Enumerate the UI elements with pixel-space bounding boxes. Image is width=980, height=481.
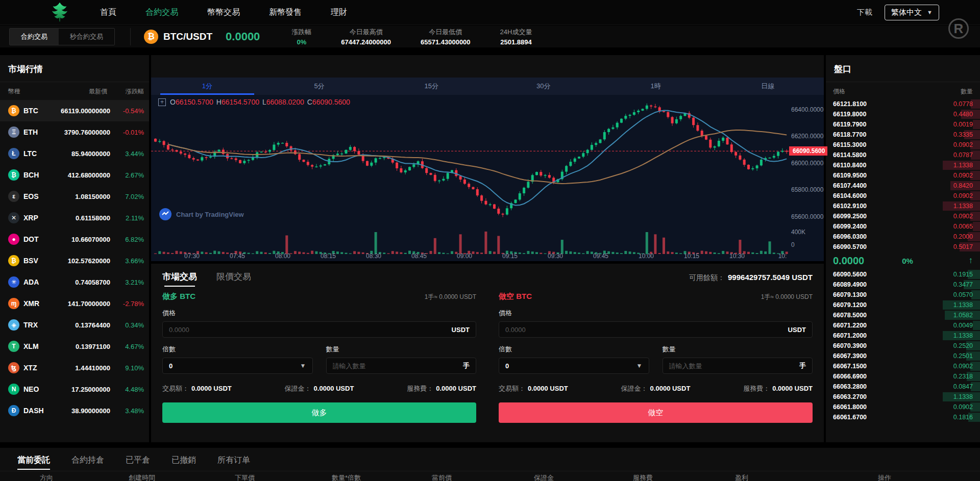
- ticker-bar: 合約交易 秒合約交易 ₿ BTC/USDT 0.0000 漲跌幅0%今日最高價6…: [0, 26, 980, 47]
- timeframe-tab-日線[interactable]: 日線: [712, 78, 824, 95]
- ask-row[interactable]: 66099.24000.0065: [826, 221, 980, 232]
- market-row-ada[interactable]: ✳ ADA 0.74058700 3.21%: [0, 271, 149, 293]
- eth-coin-icon: Ξ: [8, 126, 19, 138]
- ask-row[interactable]: 66119.80000.4480: [826, 109, 980, 119]
- ask-row[interactable]: 66099.25000.0902: [826, 211, 980, 221]
- ask-row[interactable]: 66121.81000.0778: [826, 99, 980, 109]
- candlestick-chart[interactable]: [151, 95, 824, 261]
- market-row-xlm[interactable]: T XLM 0.13971100 4.67%: [0, 336, 149, 357]
- bid-row[interactable]: 66070.39000.2520: [826, 341, 980, 351]
- tab-market-trade[interactable]: 市場交易: [162, 271, 197, 289]
- ask-row[interactable]: 66109.95000.0902: [826, 170, 980, 181]
- nav-item-home[interactable]: 首頁: [100, 7, 116, 18]
- orders-col-header: 下單價: [235, 473, 255, 481]
- bid-row[interactable]: 66071.22000.0049: [826, 320, 980, 331]
- bid-row[interactable]: 66063.28000.0847: [826, 382, 980, 392]
- plus-icon[interactable]: +: [158, 98, 166, 106]
- timeframe-tab-1時[interactable]: 1時: [600, 78, 712, 95]
- orderbook-mid-row: 0.0000 0% ↑: [826, 252, 980, 269]
- download-link[interactable]: 下載: [857, 8, 872, 17]
- bid-row[interactable]: 66078.50001.0582: [826, 310, 980, 320]
- chevron-down-icon: ▼: [927, 9, 933, 15]
- nav-item-contracts[interactable]: 合約交易: [145, 7, 178, 18]
- orders-col-header: 當前價: [432, 473, 452, 481]
- nav-item-finance[interactable]: 理財: [331, 7, 347, 18]
- long-summary: 交易額：0.0000 USDT 保證金：0.0000 USDT 服務費：0.00…: [162, 384, 476, 393]
- bid-row[interactable]: 66079.12001.1338: [826, 300, 980, 310]
- long-leverage-select[interactable]: 0 ▼: [162, 358, 313, 374]
- short-price-input[interactable]: [505, 326, 788, 334]
- bid-row[interactable]: 66061.80000.0902: [826, 402, 980, 412]
- ask-row[interactable]: 66110.84001.1338: [826, 160, 980, 170]
- market-row-eth[interactable]: Ξ ETH 3790.76000000 -0.01%: [0, 121, 149, 143]
- market-row-eos[interactable]: ε EOS 1.08150000 7.02%: [0, 186, 149, 207]
- timeframe-tab-5分[interactable]: 5分: [263, 78, 376, 95]
- ask-row[interactable]: 66114.58000.0787: [826, 150, 980, 160]
- ticker-stat: 今日最高價67447.24000000: [341, 28, 391, 46]
- market-row-ltc[interactable]: Ł LTC 85.94000000 3.44%: [0, 143, 149, 164]
- tradingview-attribution[interactable]: Chart by TradingView: [159, 208, 244, 220]
- market-row-bch[interactable]: ₿ BCH 412.68000000 2.67%: [0, 164, 149, 186]
- market-row-xtz[interactable]: ꜩ XTZ 1.44410000 9.10%: [0, 357, 149, 378]
- orders-col-header: 服務費: [633, 473, 653, 481]
- dash-coin-icon: Ð: [8, 405, 19, 416]
- ask-row[interactable]: 66107.44000.8420: [826, 181, 980, 191]
- ask-row[interactable]: 66104.60000.0902: [826, 191, 980, 201]
- bid-row[interactable]: 66067.39000.2501: [826, 351, 980, 361]
- long-qty-input[interactable]: [333, 362, 463, 370]
- bch-coin-icon: ₿: [8, 169, 19, 181]
- bid-row[interactable]: 66089.49000.3477: [826, 280, 980, 290]
- market-row-neo[interactable]: N NEO 17.25000000 4.48%: [0, 378, 149, 400]
- ask-row[interactable]: 66118.77000.3335: [826, 130, 980, 140]
- orders-tab[interactable]: 已撤銷: [172, 455, 196, 471]
- orders-tab[interactable]: 合約持倉: [71, 455, 104, 471]
- open-long-button[interactable]: 做多: [162, 402, 476, 423]
- nav-item-newcoin[interactable]: 新幣發售: [269, 7, 302, 18]
- col-coin: 幣種: [8, 87, 46, 96]
- market-row-xrp[interactable]: ✕ XRP 0.61158000 2.11%: [0, 207, 149, 229]
- phoenix-logo-icon[interactable]: [51, 2, 68, 22]
- bid-row[interactable]: 66090.56000.1915: [826, 269, 980, 280]
- orders-tab[interactable]: 當前委託: [17, 455, 50, 471]
- long-title: 做多 BTC: [162, 292, 195, 301]
- orders-tab[interactable]: 所有订单: [217, 455, 250, 471]
- timeframe-tab-1分[interactable]: 1分: [151, 78, 263, 95]
- short-leverage-select[interactable]: 0 ▼: [499, 358, 649, 374]
- orders-panel: 當前委託合約持倉已平倉已撤銷所有订单 方向創建時間下單價數量*倍數當前價保證金服…: [0, 447, 980, 481]
- bid-row[interactable]: 66071.20001.1338: [826, 331, 980, 341]
- timeframe-tab-30分[interactable]: 30分: [487, 78, 600, 95]
- short-title: 做空 BTC: [499, 292, 532, 301]
- col-qty: 數量: [961, 87, 973, 96]
- mode-seconds-contract-button[interactable]: 秒合約交易: [59, 29, 114, 45]
- ask-row[interactable]: 66102.91001.1338: [826, 201, 980, 211]
- open-short-button[interactable]: 做空: [499, 402, 813, 423]
- short-qty-input[interactable]: [669, 362, 800, 370]
- bid-row[interactable]: 66079.13000.0570: [826, 290, 980, 300]
- ask-row[interactable]: 66096.03000.2000: [826, 232, 980, 242]
- bid-row[interactable]: 66066.69000.2318: [826, 371, 980, 382]
- long-leverage-label: 倍數: [162, 345, 313, 354]
- market-row-dash[interactable]: Ð DASH 38.90000000 3.48%: [0, 400, 149, 421]
- bid-row[interactable]: 66063.27001.1338: [826, 392, 980, 402]
- market-row-btc[interactable]: ₿ BTC 66119.00000000 -0.54%: [0, 100, 149, 121]
- orders-tab[interactable]: 已平倉: [126, 455, 150, 471]
- timeframe-tab-15分[interactable]: 15分: [375, 78, 487, 95]
- ask-row[interactable]: 66090.57000.5017: [826, 242, 980, 252]
- market-row-bsv[interactable]: ₿ BSV 102.57620000 3.66%: [0, 250, 149, 271]
- nav-item-spot[interactable]: 幣幣交易: [207, 7, 240, 18]
- long-price-field: USDT: [162, 321, 476, 338]
- bid-row[interactable]: 66061.67000.1816: [826, 412, 980, 422]
- market-row-trx[interactable]: ◈ TRX 0.13764400 0.34%: [0, 314, 149, 336]
- tab-limit-trade[interactable]: 限價交易: [216, 271, 251, 289]
- language-select[interactable]: 繁体中文 ▼: [885, 5, 939, 20]
- mode-contract-button[interactable]: 合約交易: [10, 29, 59, 45]
- ask-row[interactable]: 66119.79000.0019: [826, 119, 980, 130]
- bid-row[interactable]: 66067.15000.0902: [826, 361, 980, 371]
- short-unit-hint: 1手≈ 0.0000 USDT: [761, 293, 813, 301]
- market-row-xmr[interactable]: ɱ XMR 141.70000000 -2.78%: [0, 293, 149, 314]
- orders-col-header: 保證金: [534, 473, 554, 481]
- ask-row[interactable]: 66115.30000.0902: [826, 140, 980, 150]
- long-price-input[interactable]: [169, 326, 452, 334]
- short-price-field: USDT: [499, 321, 813, 338]
- market-row-dot[interactable]: ● DOT 10.66070000 6.82%: [0, 229, 149, 250]
